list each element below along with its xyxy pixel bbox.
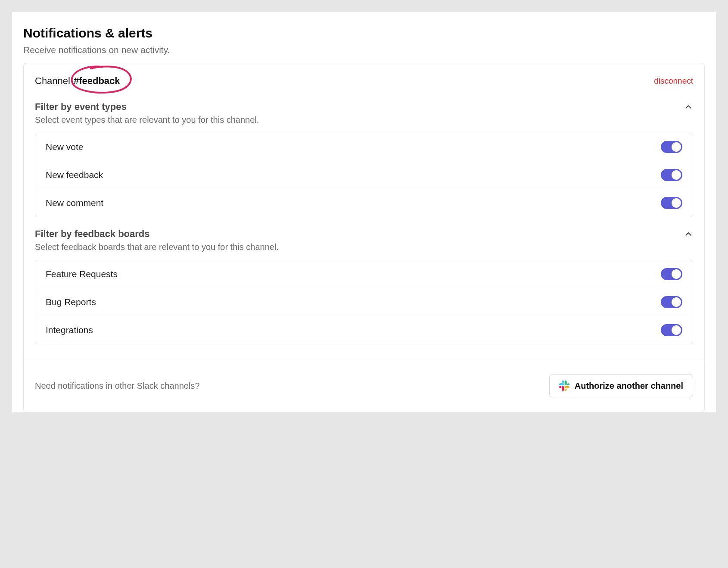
section-title: Filter by event types [35,101,259,112]
item-label: New comment [46,198,103,208]
toggle-switch[interactable] [661,141,682,153]
list-item: Integrations [35,316,693,344]
disconnect-button[interactable]: disconnect [654,76,693,86]
toggle-switch[interactable] [661,169,682,181]
channel-card: Channel #feedback disconnect Filter by e… [23,63,705,412]
item-label: Feature Requests [46,269,118,279]
page-subtitle: Receive notifications on new activity. [23,45,705,55]
channel-row: Channel #feedback disconnect [24,63,704,101]
page-header: Notifications & alerts Receive notificat… [12,22,716,63]
chevron-up-icon[interactable] [684,229,693,239]
channel-info: Channel #feedback [35,75,120,87]
footer-text: Need notifications in other Slack channe… [35,381,199,391]
boards-list: Feature Requests Bug Reports Integration… [35,260,693,344]
item-label: New feedback [46,170,103,180]
boards-section: Filter by feedback boards Select feedbac… [24,228,704,356]
toggle-switch[interactable] [661,296,682,308]
section-header: Filter by feedback boards Select feedbac… [35,228,693,252]
list-item: Feature Requests [35,260,693,288]
list-item: New feedback [35,161,693,189]
notifications-settings-page: Notifications & alerts Receive notificat… [12,12,716,412]
toggle-switch[interactable] [661,268,682,280]
list-item: New comment [35,189,693,217]
card-footer: Need notifications in other Slack channe… [24,361,704,412]
toggle-switch[interactable] [661,324,682,336]
page-title: Notifications & alerts [23,26,705,41]
channel-name: #feedback [74,75,120,86]
channel-label: Channel [35,75,70,87]
event-types-list: New vote New feedback New comment [35,133,693,217]
section-header: Filter by event types Select event types… [35,101,693,125]
event-types-section: Filter by event types Select event types… [24,101,704,228]
item-label: Integrations [46,325,93,335]
toggle-switch[interactable] [661,197,682,209]
section-description: Select event types that are relevant to … [35,115,259,125]
list-item: Bug Reports [35,288,693,316]
item-label: New vote [46,142,84,152]
chevron-up-icon[interactable] [684,102,693,112]
button-label: Authorize another channel [575,381,683,391]
slack-icon [559,381,569,391]
section-description: Select feedback boards that are relevant… [35,242,279,252]
list-item: New vote [35,133,693,161]
authorize-channel-button[interactable]: Authorize another channel [549,374,693,397]
section-title: Filter by feedback boards [35,228,279,240]
item-label: Bug Reports [46,297,96,307]
